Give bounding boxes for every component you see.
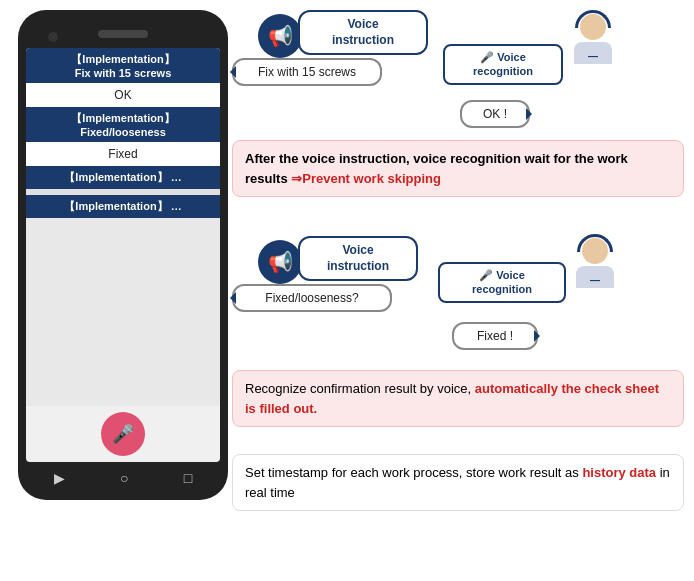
person-icon-2: [570, 238, 620, 298]
info-text-3a-normal: Set timestamp for each work process, sto…: [245, 465, 582, 480]
phone-speaker: [98, 30, 148, 38]
headset-1: [575, 10, 611, 28]
screen-row-6: 【Implementation】 …: [26, 195, 220, 218]
info-panel-2: Recognize confirmation result by voice, …: [232, 370, 684, 427]
mic-icon-inline-1: 🎤: [480, 51, 494, 63]
fixed-bubble: Fixed !: [452, 322, 538, 350]
person-icon-1: [568, 14, 618, 74]
info-panel-1: After the voice instruction, voice recog…: [232, 140, 684, 197]
info-panel-3: Set timestamp for each work process, sto…: [232, 454, 684, 511]
info-text-3a-highlight: history data: [582, 465, 656, 480]
bottom-icon-circle: ○: [120, 470, 128, 486]
screen-row-2: OK: [26, 83, 220, 107]
vr-bubble-2: 🎤 Voicerecognition: [438, 262, 566, 303]
screen-row-3: 【Implementation】Fixed/looseness: [26, 107, 220, 142]
person-head-2: [582, 238, 608, 264]
phone-bottom-bar: ▶ ○ □: [26, 462, 220, 490]
phone-camera: [48, 32, 58, 42]
mic-icon-inline-2: 🎤: [479, 269, 493, 281]
person-body-1: [574, 42, 612, 64]
screen-row-1: 【Implementation】Fix with 15 screws: [26, 48, 220, 83]
screen-row-4: Fixed: [26, 142, 220, 166]
megaphone-icon-2: 📢: [258, 240, 302, 284]
info-text-1-highlight: ⇒Prevent work skipping: [291, 171, 441, 186]
mic-button[interactable]: 🎤: [101, 412, 145, 456]
screen-spacer: [26, 218, 220, 406]
phone: 【Implementation】Fix with 15 screws OK 【I…: [18, 10, 228, 500]
fix-callout: Fix with 15 screws: [232, 58, 382, 86]
megaphone-icon-1: 📢: [258, 14, 302, 58]
voice-instruction-bubble-1: Voiceinstruction: [298, 10, 428, 55]
info-text-2a-normal: Recognize confirmation result by voice,: [245, 381, 475, 396]
phone-screen: 【Implementation】Fix with 15 screws OK 【I…: [26, 48, 220, 462]
voice-instruction-bubble-2: Voiceinstruction: [298, 236, 418, 281]
bottom-icon-square: □: [184, 470, 192, 486]
bottom-icon-play: ▶: [54, 470, 65, 486]
ok-bubble: OK !: [460, 100, 530, 128]
screen-row-5: 【Implementation】 …: [26, 166, 220, 189]
headset-2: [577, 234, 613, 252]
person-head-1: [580, 14, 606, 40]
person-body-2: [576, 266, 614, 288]
vr-bubble-1: 🎤 Voicerecognition: [443, 44, 563, 85]
fixed-callout: Fixed/looseness?: [232, 284, 392, 312]
